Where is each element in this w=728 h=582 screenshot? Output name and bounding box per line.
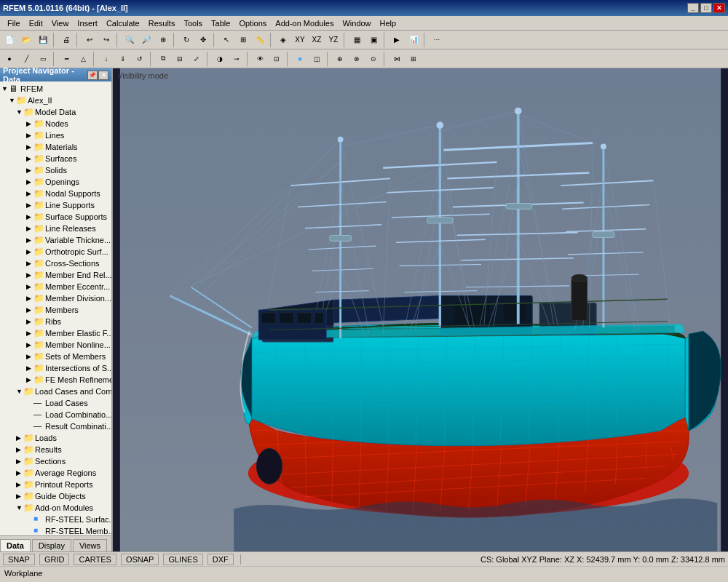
tree-nodal-supports[interactable]: ▶ 📁 Nodal Supports xyxy=(0,188,111,199)
open-button[interactable]: 📂 xyxy=(18,32,34,48)
tree-nodes[interactable]: ▶ 📁 Nodes xyxy=(0,118,111,129)
tb2-section-button[interactable]: ◑ xyxy=(212,51,228,67)
tb2-load-button[interactable]: ↓ xyxy=(98,51,114,67)
osnap-button[interactable]: OSNAP xyxy=(121,554,159,565)
calc-button[interactable]: ▶ xyxy=(389,32,405,48)
tree-load-combinations[interactable]: ▶ — Load Combinatio... xyxy=(0,409,111,420)
menu-tools[interactable]: Tools xyxy=(179,17,207,29)
tb2-render2-button[interactable]: ◫ xyxy=(309,51,325,67)
tree-member-nonlinear[interactable]: ▶ 📁 Member Nonline... xyxy=(0,339,111,351)
menu-table[interactable]: Table xyxy=(207,17,234,29)
tb2-move-button[interactable]: ⤢ xyxy=(189,51,205,67)
tree-avg-regions[interactable]: ▶ 📁 Average Regions xyxy=(0,467,111,479)
tree-member-end-rel[interactable]: ▶ 📁 Member End Rel... xyxy=(0,269,111,281)
save-button[interactable]: 💾 xyxy=(35,32,51,48)
tb2-extra1-button[interactable]: ⊕ xyxy=(332,51,348,67)
more-button[interactable]: ⋯ xyxy=(429,32,445,48)
tb2-visibility-button[interactable]: 👁 xyxy=(252,51,268,67)
rotate-button[interactable]: ↻ xyxy=(178,32,194,48)
tb2-line-button[interactable]: ╱ xyxy=(18,51,34,67)
measure-button[interactable]: 📏 xyxy=(252,32,268,48)
menu-window[interactable]: Window xyxy=(338,17,375,29)
tree-materials[interactable]: ▶ 📁 Materials xyxy=(0,141,111,153)
new-button[interactable]: 📄 xyxy=(1,32,17,48)
tree-member-elastic[interactable]: ▶ 📁 Member Elastic F... xyxy=(0,327,111,339)
tree-addon-modules[interactable]: ▼ 📁 Add-on Modules xyxy=(0,502,111,514)
menu-results[interactable]: Results xyxy=(144,17,180,29)
menu-edit[interactable]: Edit xyxy=(25,17,47,29)
tree-cross-sections[interactable]: ▶ 📁 Cross-Sections xyxy=(0,258,111,269)
menu-insert[interactable]: Insert xyxy=(73,17,102,29)
tb2-mirror-button[interactable]: ⊟ xyxy=(172,51,188,67)
tb2-dim-button[interactable]: ⊸ xyxy=(229,51,245,67)
tree-results[interactable]: ▶ 📁 Results xyxy=(0,444,111,455)
snap-button[interactable]: SNAP xyxy=(3,554,35,565)
tree-line-releases[interactable]: ▶ 📁 Line Releases xyxy=(0,223,111,234)
tb2-snap1-button[interactable]: ⋈ xyxy=(389,51,405,67)
tree-project-alex[interactable]: ▼ 📁 Alex_II xyxy=(0,95,111,106)
view3d-button[interactable]: ◈ xyxy=(275,32,291,48)
viewxy-button[interactable]: XY xyxy=(292,32,308,48)
tab-data[interactable]: Data xyxy=(0,539,31,551)
tree-loads[interactable]: ▶ 📁 Loads xyxy=(0,432,111,444)
menu-addon[interactable]: Add-on Modules xyxy=(271,17,338,29)
tab-views[interactable]: Views xyxy=(73,539,107,551)
tb2-support-button[interactable]: △ xyxy=(75,51,91,67)
panel-pin-button[interactable]: 📌 xyxy=(87,71,98,80)
zoom-in-button[interactable]: 🔍 xyxy=(122,32,138,48)
select-button[interactable]: ↖ xyxy=(218,32,234,48)
tree-load-cases[interactable]: ▶ — Load Cases xyxy=(0,397,111,409)
tree-model-data[interactable]: ▼ 📁 Model Data xyxy=(0,106,111,118)
menu-options[interactable]: Options xyxy=(234,17,271,29)
project-tree[interactable]: ▼ 🖥 RFEM ▼ 📁 Alex_II ▼ 📁 Model Data ▶ 📁 … xyxy=(0,81,111,535)
tree-sections[interactable]: ▶ 📁 Sections xyxy=(0,455,111,467)
print-button[interactable]: 🖨 xyxy=(58,32,74,48)
tb2-member-button[interactable]: ━ xyxy=(58,51,74,67)
tb2-filter-button[interactable]: ⊡ xyxy=(269,51,285,67)
cartes-button[interactable]: CARTES xyxy=(74,554,116,565)
tree-fe-mesh[interactable]: ▶ 📁 FE Mesh Refineme... xyxy=(0,374,111,386)
tree-openings[interactable]: ▶ 📁 Openings xyxy=(0,176,111,188)
tb2-copy-button[interactable]: ⧉ xyxy=(155,51,171,67)
tb2-extra3-button[interactable]: ⊙ xyxy=(365,51,381,67)
render-button[interactable]: ▦ xyxy=(349,32,365,48)
tree-line-supports[interactable]: ▶ 📁 Line Supports xyxy=(0,199,111,211)
tb2-load2-button[interactable]: ⇓ xyxy=(115,51,131,67)
tb2-snap2-button[interactable]: ⊞ xyxy=(405,51,422,67)
menu-calculate[interactable]: Calculate xyxy=(102,17,144,29)
tree-lines[interactable]: ▶ 📁 Lines xyxy=(0,129,111,141)
tree-rf-steel-member[interactable]: ▶ ■ RF-STEEL Memb... xyxy=(0,525,111,535)
tb2-extra2-button[interactable]: ⊗ xyxy=(349,51,365,67)
tree-members[interactable]: ▶ 📁 Members xyxy=(0,304,111,316)
tree-sets-of-members[interactable]: ▶ 📁 Sets of Members xyxy=(0,351,111,362)
close-button[interactable]: ✕ xyxy=(713,3,725,13)
tb2-node-button[interactable]: ● xyxy=(1,51,17,67)
zoom-all-button[interactable]: ⊕ xyxy=(155,32,171,48)
tree-member-eccentricity[interactable]: ▶ 📁 Member Eccentr... xyxy=(0,281,111,292)
tree-orthotropic[interactable]: ▶ 📁 Orthotropic Surf... xyxy=(0,246,111,258)
tree-solids[interactable]: ▶ 📁 Solids xyxy=(0,164,111,176)
viewxz-button[interactable]: XZ xyxy=(309,32,325,48)
tree-intersections[interactable]: ▶ 📁 Intersections of S... xyxy=(0,362,111,374)
wire-button[interactable]: ▣ xyxy=(365,32,381,48)
tree-root-rfem[interactable]: ▼ 🖥 RFEM xyxy=(0,83,111,95)
tree-ribs[interactable]: ▶ 📁 Ribs xyxy=(0,316,111,327)
dxf-button[interactable]: DXF xyxy=(207,554,234,565)
tb2-color-button[interactable]: ■ xyxy=(292,51,308,67)
tb2-moment-button[interactable]: ↺ xyxy=(132,51,148,67)
tab-display[interactable]: Display xyxy=(32,539,71,551)
tree-load-cases-section[interactable]: ▼ 📁 Load Cases and Com... xyxy=(0,386,111,397)
grid-button[interactable]: GRID xyxy=(39,554,70,565)
minimize-button[interactable]: _ xyxy=(687,3,699,13)
menu-view[interactable]: View xyxy=(47,17,74,29)
snap-button[interactable]: ⊞ xyxy=(235,32,251,48)
tb2-surface-button[interactable]: ▭ xyxy=(35,51,51,67)
tree-member-division[interactable]: ▶ 📁 Member Division... xyxy=(0,292,111,304)
maximize-button[interactable]: □ xyxy=(700,3,712,13)
pan-button[interactable]: ✥ xyxy=(195,32,211,48)
zoom-out-button[interactable]: 🔎 xyxy=(138,32,154,48)
viewyz-button[interactable]: YZ xyxy=(325,32,341,48)
glines-button[interactable]: GLINES xyxy=(163,554,202,565)
menu-help[interactable]: Help xyxy=(376,17,401,29)
results-button[interactable]: 📊 xyxy=(405,32,422,48)
